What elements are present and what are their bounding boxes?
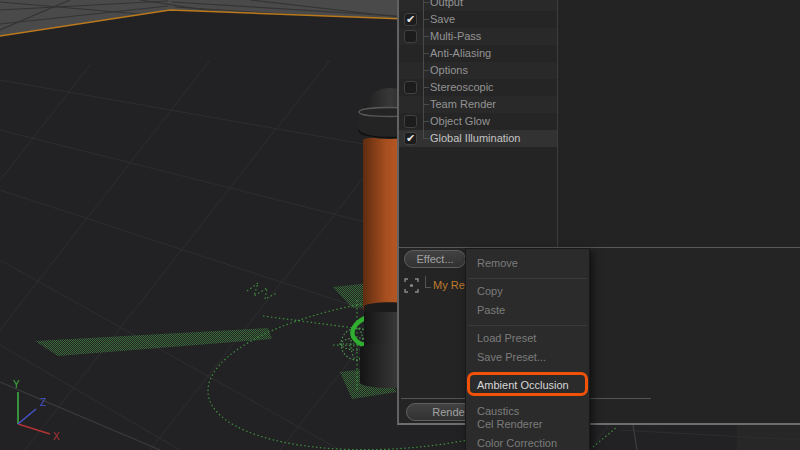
menu-separator bbox=[468, 325, 587, 326]
app-screen: { "window": { "pages": [ { "label": "Out… bbox=[0, 0, 800, 450]
render-settings-page-list: Output ✔ Save Multi-Pass Anti-Aliasing O… bbox=[399, 0, 557, 147]
checkmark-icon: ✔ bbox=[406, 132, 415, 144]
menu-item-cel-renderer[interactable]: Cel Renderer bbox=[466, 416, 591, 432]
effect-context-menu: Remove Copy Paste Load Preset Save Prese… bbox=[465, 248, 590, 450]
page-label: Stereoscopic bbox=[430, 79, 494, 96]
menu-item-remove[interactable]: Remove bbox=[466, 255, 591, 271]
axis-y-label: Y bbox=[13, 379, 20, 390]
page-label: Global Illumination bbox=[430, 130, 521, 147]
active-preset-label: My Render Setting bbox=[433, 279, 466, 291]
menu-item-save-preset[interactable]: Save Preset... bbox=[466, 349, 591, 365]
tree-tick bbox=[423, 121, 429, 122]
menu-item-color-correction[interactable]: Color Correction bbox=[466, 435, 591, 450]
tree-tick bbox=[425, 287, 431, 288]
save-checkbox[interactable]: ✔ bbox=[404, 13, 417, 26]
settings-detail-pane bbox=[558, 0, 800, 247]
object-glow-checkbox[interactable] bbox=[404, 115, 417, 128]
axis-x-label: X bbox=[53, 431, 60, 442]
tree-tick bbox=[423, 36, 429, 37]
stereoscopic-checkbox[interactable] bbox=[404, 81, 417, 94]
menu-separator bbox=[468, 278, 587, 279]
menu-item-load-preset[interactable]: Load Preset bbox=[466, 330, 591, 346]
menu-item-paste[interactable]: Paste bbox=[466, 302, 591, 318]
menu-item-ambient-occlusion[interactable]: Ambient Occlusion bbox=[466, 377, 591, 393]
render-settings-window: Output ✔ Save Multi-Pass Anti-Aliasing O… bbox=[397, 0, 800, 425]
page-row-object-glow[interactable]: Object Glow bbox=[399, 113, 557, 130]
page-label: Multi-Pass bbox=[430, 28, 481, 45]
page-row-team-render[interactable]: Team Render bbox=[399, 96, 557, 113]
axis-z-label: Z bbox=[40, 397, 46, 408]
render-setting-icon bbox=[404, 278, 419, 293]
bottom-right-shade bbox=[737, 425, 800, 450]
page-row-multi-pass[interactable]: Multi-Pass bbox=[399, 28, 557, 45]
page-label: Save bbox=[430, 11, 455, 28]
global-illumination-checkbox[interactable]: ✔ bbox=[404, 132, 417, 145]
menu-item-copy[interactable]: Copy bbox=[466, 283, 591, 299]
page-label: Anti-Aliasing bbox=[430, 45, 491, 62]
page-label: Object Glow bbox=[430, 113, 490, 130]
tree-tick bbox=[423, 2, 429, 3]
tree-tick bbox=[423, 70, 429, 71]
page-label: Options bbox=[430, 62, 468, 79]
page-label: Team Render bbox=[430, 96, 496, 113]
page-label: Output bbox=[430, 0, 463, 11]
tree-tick bbox=[423, 19, 429, 20]
page-row-options[interactable]: Options bbox=[399, 62, 557, 79]
page-row-global-illumination[interactable]: ✔ Global Illumination bbox=[399, 130, 557, 147]
tree-tick bbox=[423, 104, 429, 105]
checkmark-icon: ✔ bbox=[406, 13, 415, 25]
tree-tick bbox=[423, 138, 429, 139]
tree-tick bbox=[423, 53, 429, 54]
effects-separator bbox=[399, 247, 800, 248]
multi-pass-checkbox[interactable] bbox=[404, 30, 417, 43]
effect-button[interactable]: Effect... bbox=[404, 250, 466, 268]
page-row-save[interactable]: ✔ Save bbox=[399, 11, 557, 28]
tree-tick bbox=[423, 87, 429, 88]
page-row-stereoscopic[interactable]: Stereoscopic bbox=[399, 79, 557, 96]
page-row-anti-aliasing[interactable]: Anti-Aliasing bbox=[399, 45, 557, 62]
page-row-output[interactable]: Output bbox=[399, 0, 557, 11]
tree-line bbox=[425, 276, 426, 287]
